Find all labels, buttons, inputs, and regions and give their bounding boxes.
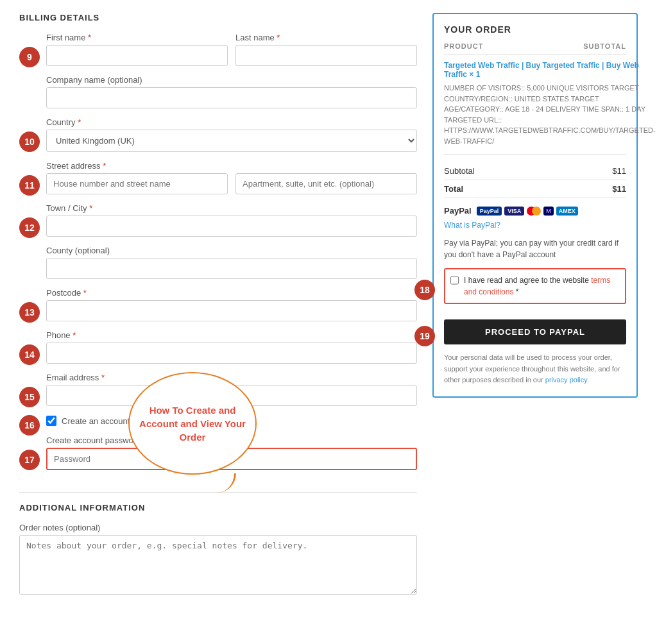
step-16-badge: 16 (19, 415, 40, 436)
password-input[interactable] (46, 448, 417, 470)
step-14-badge: 14 (19, 344, 40, 365)
proceed-section: 19 PROCEED TO PAYPAL (444, 319, 626, 352)
street-row: 11 Street address * (19, 161, 417, 203)
order-notes-label: Order notes (optional) (19, 523, 417, 532)
privacy-link[interactable]: privacy policy. (545, 376, 589, 384)
product-info: Targeted Web Traffic | Buy Targeted Traf… (444, 61, 656, 146)
first-name-input[interactable] (46, 45, 228, 66)
postcode-field: Postcode * (46, 288, 417, 330)
name-fields: First name * Last name * (46, 33, 417, 75)
postcode-label: Postcode * (46, 288, 417, 298)
step-10-badge: 10 (19, 131, 40, 152)
order-notes-group: Order notes (optional) (19, 523, 417, 597)
phone-group: Phone * (46, 330, 417, 364)
country-row: 10 Country * United Kingdom (UK) United … (19, 117, 417, 161)
town-label: Town / City * (46, 203, 417, 213)
email-label: Email address * (46, 373, 417, 382)
terms-required: * (516, 287, 519, 296)
last-name-label: Last name * (235, 33, 417, 42)
email-input[interactable] (46, 385, 417, 406)
phone-label: Phone * (46, 330, 417, 340)
street-input1[interactable] (46, 173, 228, 194)
create-account-checkbox[interactable] (46, 416, 56, 426)
street-label: Street address * (46, 161, 417, 171)
last-name-group: Last name * (235, 33, 417, 66)
subtotal-col-header: SUBTOTAL (583, 42, 626, 50)
password-group: Create account password * (46, 436, 417, 470)
order-notes-textarea[interactable] (19, 535, 417, 595)
phone-input[interactable] (46, 343, 417, 364)
street-input1-group (46, 173, 228, 194)
postcode-input[interactable] (46, 300, 417, 321)
amex-icon: AMEX (556, 207, 578, 216)
town-group: Town / City * (46, 203, 417, 237)
paypal-icons: PayPal VISA M AMEX (477, 207, 578, 216)
country-label: Country * (46, 117, 417, 127)
last-name-input[interactable] (235, 45, 417, 66)
visa-icon: VISA (504, 207, 524, 216)
terms-text: I have read and agree to the website ter… (464, 275, 620, 298)
postcode-row: 13 Postcode * (19, 288, 417, 330)
additional-title: ADDITIONAL INFORMATION (19, 492, 417, 513)
county-group: County (optional) (46, 246, 417, 279)
first-name-group: First name * (46, 33, 228, 66)
create-account-label: Create an account? (62, 416, 134, 426)
order-panel-wrapper: YOUR ORDER PRODUCT SUBTOTAL Targeted Web… (432, 13, 638, 606)
paypal-pp-icon: PayPal (477, 207, 502, 216)
product-name: Targeted Web Traffic | Buy Targeted Traf… (444, 61, 656, 79)
total-value: $11 (612, 184, 626, 194)
street-input2-group (235, 173, 417, 194)
step-17-badge: 17 (19, 450, 40, 470)
what-is-paypal-link[interactable]: What is PayPal? (444, 221, 500, 230)
name-row: 9 First name * Last name * (19, 33, 417, 75)
step-9-badge: 9 (19, 47, 40, 67)
maestro-icon: M (543, 207, 554, 216)
terms-checkbox[interactable] (450, 276, 459, 285)
total-label: Total (444, 184, 463, 194)
password-label: Create account password * (46, 436, 417, 445)
billing-title: BILLING DETAILS (19, 13, 417, 22)
privacy-text: Your personal data will be used to proce… (444, 352, 626, 386)
terms-box: I have read and agree to the website ter… (444, 268, 626, 304)
postcode-group: Postcode * (46, 288, 417, 321)
paypal-description: Pay via PayPal; you can pay with your cr… (444, 237, 626, 260)
subtotal-label: Subtotal (444, 166, 475, 176)
step-12-badge: 12 (19, 217, 40, 238)
paypal-label: PayPal (444, 206, 472, 216)
first-name-required: * (88, 33, 91, 42)
product-col-header: PRODUCT (444, 42, 483, 50)
phone-field: Phone * (46, 330, 417, 373)
product-details: NUMBER OF VISITORS:: 5,000 UNIQUE VISITO… (444, 83, 656, 146)
town-field: Town / City * (46, 203, 417, 246)
email-field: Email address * (46, 373, 417, 415)
password-field: Create account password * (46, 436, 417, 479)
company-input[interactable] (46, 87, 417, 108)
order-title: YOUR ORDER (444, 24, 626, 35)
county-label: County (optional) (46, 246, 417, 255)
step-13-badge: 13 (19, 302, 40, 323)
street-input2[interactable] (235, 173, 417, 194)
subtotal-row: Subtotal $11 (444, 162, 626, 180)
phone-row: 14 Phone * (19, 330, 417, 373)
county-input[interactable] (46, 258, 417, 279)
step-15-badge: 15 (19, 387, 40, 407)
create-account-row: 16 Create an account? (19, 415, 417, 436)
create-account-field: Create an account? (46, 416, 417, 435)
email-row: 15 Email address * (19, 373, 417, 415)
step-19-badge: 19 (414, 326, 435, 346)
product-row: Targeted Web Traffic | Buy Targeted Traf… (444, 61, 626, 155)
street-group: Street address * (46, 161, 417, 194)
mastercard-icon (527, 207, 541, 216)
terms-section: 18 I have read and agree to the website … (444, 268, 626, 312)
billing-section: BILLING DETAILS 9 First name * Last name (19, 13, 417, 606)
company-group: Company name (optional) (46, 75, 417, 108)
step-11-badge: 11 (19, 175, 40, 196)
total-row: Total $11 (444, 180, 626, 198)
company-label: Company name (optional) (46, 75, 417, 85)
order-header: PRODUCT SUBTOTAL (444, 42, 626, 55)
create-account-group: Create an account? (46, 416, 417, 426)
country-field: Country * United Kingdom (UK) United Sta… (46, 117, 417, 161)
town-input[interactable] (46, 216, 417, 237)
country-select[interactable]: United Kingdom (UK) United States Canada… (46, 130, 417, 152)
proceed-button[interactable]: PROCEED TO PAYPAL (444, 319, 626, 344)
